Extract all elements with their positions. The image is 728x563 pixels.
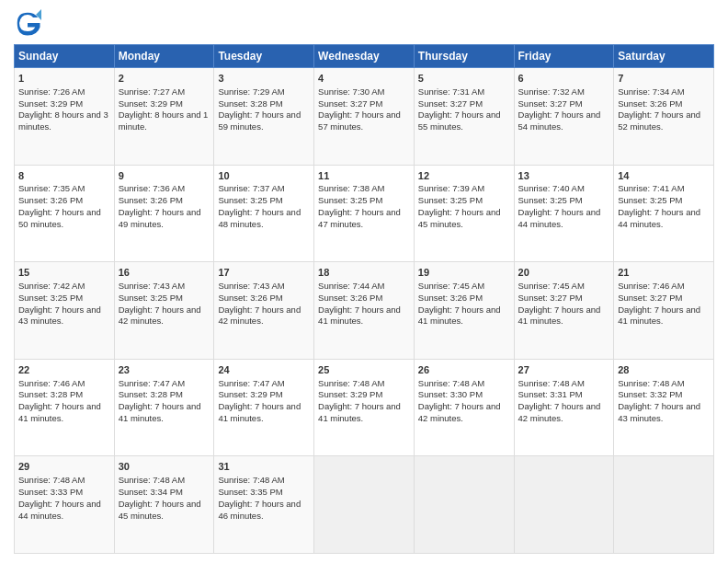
calendar-header-row: SundayMondayTuesdayWednesdayThursdayFrid… — [15, 45, 714, 68]
calendar-cell: 11Sunrise: 7:38 AMSunset: 3:25 PMDayligh… — [314, 165, 415, 262]
sunset-text: Sunset: 3:26 PM — [18, 195, 83, 205]
sunrise-text: Sunrise: 7:37 AM — [218, 183, 284, 193]
day-number: 22 — [18, 363, 110, 377]
day-number: 21 — [618, 266, 710, 280]
day-number: 1 — [18, 72, 110, 86]
calendar-cell: 3Sunrise: 7:29 AMSunset: 3:28 PMDaylight… — [214, 68, 314, 166]
calendar-week-3: 15Sunrise: 7:42 AMSunset: 3:25 PMDayligh… — [15, 262, 714, 360]
daylight-text: Daylight: 7 hours and 41 minutes. — [119, 401, 201, 423]
sunrise-text: Sunrise: 7:27 AM — [119, 86, 185, 97]
calendar-cell: 21Sunrise: 7:46 AMSunset: 3:27 PMDayligh… — [614, 262, 714, 360]
sunrise-text: Sunrise: 7:48 AM — [618, 378, 684, 388]
daylight-text: Daylight: 7 hours and 42 minutes. — [418, 401, 501, 423]
calendar-cell: 29Sunrise: 7:48 AMSunset: 3:33 PMDayligh… — [15, 456, 115, 554]
day-number: 12 — [418, 169, 510, 183]
day-number: 19 — [418, 266, 510, 280]
calendar-week-4: 22Sunrise: 7:46 AMSunset: 3:28 PMDayligh… — [15, 359, 714, 456]
calendar-cell: 18Sunrise: 7:44 AMSunset: 3:26 PMDayligh… — [314, 262, 415, 360]
day-number: 9 — [119, 169, 210, 183]
sunset-text: Sunset: 3:26 PM — [418, 293, 483, 303]
sunrise-text: Sunrise: 7:31 AM — [418, 86, 484, 97]
daylight-text: Daylight: 7 hours and 41 minutes. — [418, 304, 501, 327]
daylight-text: Daylight: 8 hours and 1 minute. — [119, 109, 209, 132]
sunset-text: Sunset: 3:25 PM — [18, 293, 83, 303]
sunset-text: Sunset: 3:29 PM — [119, 98, 183, 109]
calendar-table: SundayMondayTuesdayWednesdayThursdayFrid… — [14, 44, 714, 554]
sunrise-text: Sunrise: 7:48 AM — [218, 475, 284, 485]
day-header-wednesday: Wednesday — [314, 45, 415, 68]
calendar-cell: 25Sunrise: 7:48 AMSunset: 3:29 PMDayligh… — [314, 359, 415, 456]
sunrise-text: Sunrise: 7:32 AM — [518, 86, 585, 97]
sunrise-text: Sunrise: 7:45 AM — [418, 281, 484, 291]
sunrise-text: Sunrise: 7:48 AM — [418, 378, 484, 388]
day-number: 11 — [318, 169, 410, 183]
day-number: 5 — [418, 72, 510, 86]
day-number: 27 — [518, 363, 610, 377]
daylight-text: Daylight: 7 hours and 42 minutes. — [518, 401, 601, 423]
day-number: 4 — [318, 72, 410, 86]
day-number: 8 — [18, 169, 110, 183]
daylight-text: Daylight: 7 hours and 55 minutes. — [418, 109, 501, 132]
daylight-text: Daylight: 7 hours and 48 minutes. — [218, 207, 301, 229]
sunrise-text: Sunrise: 7:46 AM — [618, 281, 684, 291]
calendar-cell: 20Sunrise: 7:45 AMSunset: 3:27 PMDayligh… — [514, 262, 614, 360]
sunrise-text: Sunrise: 7:36 AM — [119, 183, 185, 193]
calendar-cell: 24Sunrise: 7:47 AMSunset: 3:29 PMDayligh… — [214, 359, 314, 456]
sunset-text: Sunset: 3:27 PM — [418, 98, 483, 109]
sunrise-text: Sunrise: 7:45 AM — [518, 281, 585, 291]
calendar-cell: 27Sunrise: 7:48 AMSunset: 3:31 PMDayligh… — [514, 359, 614, 456]
day-number: 31 — [218, 460, 310, 474]
day-header-thursday: Thursday — [414, 45, 514, 68]
daylight-text: Daylight: 7 hours and 41 minutes. — [318, 304, 401, 327]
sunrise-text: Sunrise: 7:43 AM — [218, 281, 284, 291]
calendar-cell: 15Sunrise: 7:42 AMSunset: 3:25 PMDayligh… — [15, 262, 115, 360]
calendar-cell: 6Sunrise: 7:32 AMSunset: 3:27 PMDaylight… — [514, 68, 614, 166]
daylight-text: Daylight: 7 hours and 49 minutes. — [119, 207, 201, 229]
calendar-cell: 8Sunrise: 7:35 AMSunset: 3:26 PMDaylight… — [15, 165, 115, 262]
sunrise-text: Sunrise: 7:46 AM — [18, 378, 85, 388]
calendar-cell: 16Sunrise: 7:43 AMSunset: 3:25 PMDayligh… — [114, 262, 214, 360]
daylight-text: Daylight: 7 hours and 47 minutes. — [318, 207, 401, 229]
daylight-text: Daylight: 7 hours and 45 minutes. — [119, 499, 201, 521]
sunrise-text: Sunrise: 7:48 AM — [318, 378, 384, 388]
sunset-text: Sunset: 3:27 PM — [518, 293, 583, 303]
sunset-text: Sunset: 3:25 PM — [418, 195, 483, 205]
sunrise-text: Sunrise: 7:47 AM — [119, 378, 185, 388]
sunrise-text: Sunrise: 7:40 AM — [518, 183, 585, 193]
daylight-text: Daylight: 7 hours and 41 minutes. — [518, 304, 601, 327]
sunrise-text: Sunrise: 7:41 AM — [618, 183, 684, 193]
sunset-text: Sunset: 3:25 PM — [119, 293, 183, 303]
calendar-cell — [514, 456, 614, 554]
logo-icon — [14, 9, 41, 37]
sunrise-text: Sunrise: 7:30 AM — [318, 86, 384, 97]
sunset-text: Sunset: 3:27 PM — [318, 98, 382, 109]
logo — [14, 9, 47, 37]
daylight-text: Daylight: 7 hours and 41 minutes. — [18, 401, 101, 423]
calendar-cell: 30Sunrise: 7:48 AMSunset: 3:34 PMDayligh… — [114, 456, 214, 554]
sunrise-text: Sunrise: 7:44 AM — [318, 281, 384, 291]
daylight-text: Daylight: 7 hours and 52 minutes. — [618, 109, 700, 132]
sunset-text: Sunset: 3:30 PM — [418, 389, 483, 399]
daylight-text: Daylight: 8 hours and 3 minutes. — [18, 109, 108, 132]
daylight-text: Daylight: 7 hours and 54 minutes. — [518, 109, 601, 132]
sunrise-text: Sunrise: 7:48 AM — [119, 475, 185, 485]
calendar-cell: 2Sunrise: 7:27 AMSunset: 3:29 PMDaylight… — [114, 68, 214, 166]
sunset-text: Sunset: 3:29 PM — [318, 389, 382, 399]
sunrise-text: Sunrise: 7:48 AM — [518, 378, 585, 388]
sunset-text: Sunset: 3:26 PM — [618, 98, 682, 109]
sunset-text: Sunset: 3:25 PM — [518, 195, 583, 205]
daylight-text: Daylight: 7 hours and 44 minutes. — [518, 207, 601, 229]
day-number: 20 — [518, 266, 610, 280]
calendar-cell: 23Sunrise: 7:47 AMSunset: 3:28 PMDayligh… — [114, 359, 214, 456]
sunset-text: Sunset: 3:31 PM — [518, 389, 583, 399]
sunrise-text: Sunrise: 7:42 AM — [18, 281, 85, 291]
calendar-cell: 9Sunrise: 7:36 AMSunset: 3:26 PMDaylight… — [114, 165, 214, 262]
sunrise-text: Sunrise: 7:39 AM — [418, 183, 484, 193]
daylight-text: Daylight: 7 hours and 45 minutes. — [418, 207, 501, 229]
calendar-cell: 13Sunrise: 7:40 AMSunset: 3:25 PMDayligh… — [514, 165, 614, 262]
calendar-cell: 1Sunrise: 7:26 AMSunset: 3:29 PMDaylight… — [15, 68, 115, 166]
sunset-text: Sunset: 3:28 PM — [218, 98, 282, 109]
day-header-tuesday: Tuesday — [214, 45, 314, 68]
sunset-text: Sunset: 3:29 PM — [218, 389, 282, 399]
calendar-cell — [414, 456, 514, 554]
